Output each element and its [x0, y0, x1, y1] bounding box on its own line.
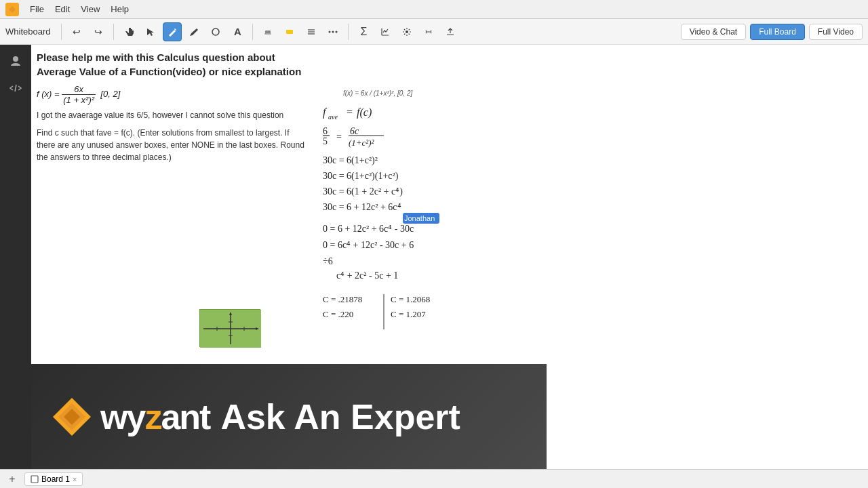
left-sidebar	[0, 45, 31, 469]
svg-text:0 = 6c⁴ + 12c² - 30c + 6: 0 = 6c⁴ + 12c² - 30c + 6	[323, 240, 414, 250]
svg-text:Jonathan: Jonathan	[404, 214, 435, 222]
svg-text:=: =	[336, 131, 342, 142]
svg-rect-5	[264, 33, 271, 35]
svg-text:f: f	[323, 106, 328, 119]
svg-text:÷6: ÷6	[323, 256, 333, 266]
add-board-button[interactable]: +	[5, 472, 19, 486]
svg-text:ave: ave	[328, 113, 338, 121]
svg-text:6: 6	[323, 126, 328, 136]
board-tab-label: Board 1	[41, 474, 70, 484]
wyzant-tagline: Ask An Expert	[220, 396, 460, 437]
toolbar-separator-1	[61, 24, 62, 40]
select-tool[interactable]	[141, 22, 160, 41]
svg-text:f(c): f(c)	[357, 106, 372, 119]
svg-marker-2	[147, 28, 154, 36]
video-chat-button[interactable]: Video & Chat	[681, 24, 747, 40]
redo-button[interactable]: ↪	[89, 22, 108, 41]
svg-text:5: 5	[323, 136, 328, 146]
menu-help[interactable]: Help	[111, 4, 129, 14]
svg-text:6c: 6c	[350, 126, 359, 136]
svg-point-12	[336, 30, 338, 33]
graph-box	[199, 309, 260, 347]
svg-point-10	[329, 30, 331, 33]
menu-bar: File Edit View Help	[0, 0, 868, 19]
svg-text:30c = 6 + 12c² + 6c⁴: 30c = 6 + 12c² + 6c⁴	[323, 202, 401, 212]
upload-tool[interactable]	[441, 22, 460, 41]
svg-text:C = 1.207: C = 1.207	[391, 309, 426, 319]
undo-button[interactable]: ↩	[67, 22, 86, 41]
svg-text:C = .220: C = .220	[323, 309, 353, 319]
svg-line-15	[15, 85, 16, 92]
code-icon[interactable]	[5, 77, 26, 99]
question-title: Please help me with this Calculus questi…	[37, 50, 308, 79]
svg-text:30c = 6(1+c²)(1+c²): 30c = 6(1+c²)(1+c²)	[323, 171, 399, 182]
toolbar-separator-3	[252, 24, 253, 40]
text-tool[interactable]: A	[228, 22, 247, 41]
user-icon[interactable]	[5, 50, 26, 72]
question-got-value: I got the avaerage value its 6/5, howeve…	[37, 109, 308, 121]
question-formula: f (x) = 6x (1 + x²)² [0, 2]	[37, 84, 308, 105]
menu-file[interactable]: File	[30, 4, 44, 14]
wyzant-logo-area: wyzant Ask An Expert	[52, 396, 460, 437]
circle-tool[interactable]	[206, 22, 225, 41]
svg-text:f(x) = 6x / (1+x²)², [0, 2]: f(x) = 6x / (1+x²)², [0, 2]	[343, 89, 412, 97]
pencil-tool[interactable]	[184, 22, 203, 41]
settings-tool[interactable]	[397, 22, 416, 41]
question-body: Find c such that fave = f(c). (Enter sol…	[37, 127, 308, 163]
hand-tool[interactable]	[119, 22, 138, 41]
toolbar-separator-4	[348, 24, 349, 40]
toolbar: Whiteboard ↩ ↪ A Σ Video & C	[0, 19, 868, 45]
more-tool[interactable]	[323, 22, 342, 41]
svg-point-14	[13, 56, 18, 62]
svg-text:30c = 6(1+c²)²: 30c = 6(1+c²)²	[323, 155, 378, 166]
board-tab-1[interactable]: Board 1 ×	[24, 472, 83, 486]
svg-text:0 = 6 + 12c² + 6c⁴ - 30c: 0 = 6 + 12c² + 6c⁴ - 30c	[323, 224, 414, 234]
svg-rect-6	[286, 30, 293, 34]
menu-edit[interactable]: Edit	[55, 4, 70, 14]
pen-tool[interactable]	[163, 22, 182, 41]
toolbar-right-actions: Video & Chat Full Board Full Video	[681, 24, 863, 40]
svg-text:C = .21878: C = .21878	[323, 294, 362, 304]
svg-text:=: =	[347, 106, 353, 118]
svg-text:(1+c²)²: (1+c²)²	[349, 138, 375, 148]
toolbar-title: Whiteboard	[5, 26, 50, 37]
board-tab-icon	[31, 475, 39, 483]
full-board-button[interactable]: Full Board	[750, 24, 805, 40]
bottom-bar: + Board 1 ×	[0, 469, 868, 488]
app-logo	[5, 3, 19, 16]
svg-point-13	[406, 30, 408, 33]
wyzant-banner: wyzant Ask An Expert	[31, 364, 547, 469]
sigma-tool[interactable]: Σ	[354, 22, 373, 41]
full-video-button[interactable]: Full Video	[809, 24, 863, 40]
svg-point-3	[212, 28, 219, 35]
svg-text:c⁴ + 2c² - 5c + 1: c⁴ + 2c² - 5c + 1	[336, 270, 398, 281]
lines-tool[interactable]	[302, 22, 321, 41]
link-tool[interactable]	[419, 22, 438, 41]
math-work-area: f(x) = 6x / (1+x²)², [0, 2] f ave = f(c)…	[316, 85, 587, 370]
toolbar-separator-2	[113, 24, 114, 40]
svg-text:C = 1.2068: C = 1.2068	[391, 294, 430, 304]
eraser-tool[interactable]	[258, 22, 277, 41]
svg-rect-55	[31, 476, 38, 483]
graph-tool[interactable]	[376, 22, 395, 41]
highlight-tool[interactable]	[280, 22, 299, 41]
menu-view[interactable]: View	[81, 4, 100, 14]
svg-point-11	[332, 30, 334, 33]
board-tab-close[interactable]: ×	[73, 475, 77, 483]
svg-text:30c = 6(1 + 2c² + c⁴): 30c = 6(1 + 2c² + c⁴)	[323, 186, 403, 197]
wyzant-brand-text: wyzant	[100, 396, 210, 437]
wyzant-diamond-icon	[52, 396, 92, 437]
question-panel: Please help me with this Calculus questi…	[37, 50, 308, 163]
